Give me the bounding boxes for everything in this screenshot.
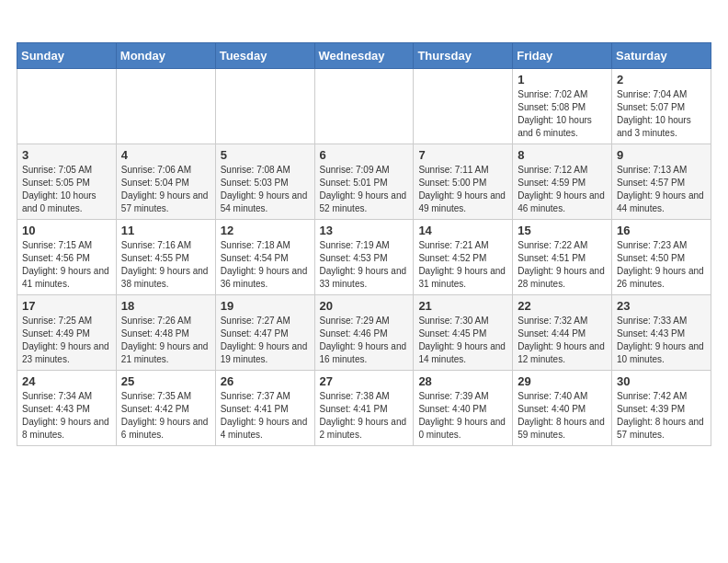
day-info: Sunrise: 7:16 AM Sunset: 4:55 PM Dayligh… [121, 239, 210, 291]
day-number: 19 [221, 299, 310, 313]
day-info: Sunrise: 7:27 AM Sunset: 4:47 PM Dayligh… [221, 315, 310, 366]
day-info: Sunrise: 7:12 AM Sunset: 4:59 PM Dayligh… [518, 164, 607, 215]
main-container: General Blue SundayMondayTuesdayWednesda… [0, 0, 728, 455]
day-info: Sunrise: 7:25 AM Sunset: 4:49 PM Dayligh… [22, 315, 111, 366]
day-info: Sunrise: 7:40 AM Sunset: 4:40 PM Dayligh… [518, 390, 607, 442]
day-header-monday: Monday [116, 43, 215, 69]
day-cell: 21Sunrise: 7:30 AM Sunset: 4:45 PM Dayli… [414, 295, 513, 371]
day-cell: 4Sunrise: 7:06 AM Sunset: 5:04 PM Daylig… [116, 144, 215, 220]
day-info: Sunrise: 7:05 AM Sunset: 5:05 PM Dayligh… [22, 164, 111, 215]
day-cell: 25Sunrise: 7:35 AM Sunset: 4:42 PM Dayli… [116, 371, 215, 446]
day-info: Sunrise: 7:34 AM Sunset: 4:43 PM Dayligh… [22, 390, 111, 442]
day-cell: 26Sunrise: 7:37 AM Sunset: 4:41 PM Dayli… [215, 371, 314, 446]
day-cell: 24Sunrise: 7:34 AM Sunset: 4:43 PM Dayli… [17, 371, 117, 446]
day-number: 28 [418, 374, 507, 388]
day-cell: 23Sunrise: 7:33 AM Sunset: 4:43 PM Dayli… [612, 295, 711, 371]
day-number: 24 [22, 374, 111, 388]
day-number: 5 [221, 148, 310, 162]
day-header-wednesday: Wednesday [314, 43, 414, 69]
day-info: Sunrise: 7:23 AM Sunset: 4:50 PM Dayligh… [617, 239, 706, 291]
day-cell: 9Sunrise: 7:13 AM Sunset: 4:57 PM Daylig… [612, 144, 711, 220]
day-number: 6 [320, 148, 409, 162]
day-number: 3 [22, 148, 111, 162]
day-info: Sunrise: 7:15 AM Sunset: 4:56 PM Dayligh… [22, 239, 111, 291]
day-info: Sunrise: 7:13 AM Sunset: 4:57 PM Dayligh… [617, 164, 706, 215]
day-cell: 14Sunrise: 7:21 AM Sunset: 4:52 PM Dayli… [414, 220, 513, 295]
day-number: 26 [221, 374, 310, 388]
day-header-sunday: Sunday [17, 43, 117, 69]
day-header-saturday: Saturday [612, 43, 711, 69]
day-cell: 22Sunrise: 7:32 AM Sunset: 4:44 PM Dayli… [513, 295, 612, 371]
day-info: Sunrise: 7:33 AM Sunset: 4:43 PM Dayligh… [617, 315, 706, 366]
day-cell: 5Sunrise: 7:08 AM Sunset: 5:03 PM Daylig… [215, 144, 314, 220]
day-number: 14 [418, 224, 507, 237]
day-cell: 18Sunrise: 7:26 AM Sunset: 4:48 PM Dayli… [116, 295, 215, 371]
day-number: 12 [221, 224, 310, 237]
day-info: Sunrise: 7:26 AM Sunset: 4:48 PM Dayligh… [121, 315, 210, 366]
day-number: 4 [121, 148, 210, 162]
day-info: Sunrise: 7:35 AM Sunset: 4:42 PM Dayligh… [121, 390, 210, 442]
day-header-thursday: Thursday [414, 43, 513, 69]
day-cell: 27Sunrise: 7:38 AM Sunset: 4:41 PM Dayli… [314, 371, 414, 446]
day-header-tuesday: Tuesday [215, 43, 314, 69]
week-row-5: 24Sunrise: 7:34 AM Sunset: 4:43 PM Dayli… [17, 371, 711, 446]
day-cell: 13Sunrise: 7:19 AM Sunset: 4:53 PM Dayli… [314, 220, 414, 295]
day-info: Sunrise: 7:04 AM Sunset: 5:07 PM Dayligh… [617, 88, 706, 140]
day-cell: 10Sunrise: 7:15 AM Sunset: 4:56 PM Dayli… [17, 220, 117, 295]
day-number: 11 [121, 224, 210, 237]
day-info: Sunrise: 7:42 AM Sunset: 4:39 PM Dayligh… [617, 390, 706, 442]
day-cell: 8Sunrise: 7:12 AM Sunset: 4:59 PM Daylig… [513, 144, 612, 220]
week-row-1: 1Sunrise: 7:02 AM Sunset: 5:08 PM Daylig… [17, 69, 711, 144]
day-info: Sunrise: 7:37 AM Sunset: 4:41 PM Dayligh… [221, 390, 310, 442]
day-info: Sunrise: 7:30 AM Sunset: 4:45 PM Dayligh… [418, 315, 507, 366]
day-number: 13 [320, 224, 409, 237]
day-info: Sunrise: 7:39 AM Sunset: 4:40 PM Dayligh… [418, 390, 507, 442]
header: General Blue [17, 17, 711, 33]
day-number: 27 [320, 374, 409, 388]
day-cell: 19Sunrise: 7:27 AM Sunset: 4:47 PM Dayli… [215, 295, 314, 371]
day-number: 29 [518, 374, 607, 388]
day-number: 7 [418, 148, 507, 162]
day-cell: 29Sunrise: 7:40 AM Sunset: 4:40 PM Dayli… [513, 371, 612, 446]
day-number: 20 [320, 299, 409, 313]
day-info: Sunrise: 7:29 AM Sunset: 4:46 PM Dayligh… [320, 315, 409, 366]
day-info: Sunrise: 7:32 AM Sunset: 4:44 PM Dayligh… [518, 315, 607, 366]
day-number: 1 [518, 73, 607, 86]
day-cell: 15Sunrise: 7:22 AM Sunset: 4:51 PM Dayli… [513, 220, 612, 295]
day-cell [17, 69, 117, 144]
day-number: 15 [518, 224, 607, 237]
day-cell [414, 69, 513, 144]
calendar-table: SundayMondayTuesdayWednesdayThursdayFrid… [17, 42, 711, 446]
day-number: 9 [617, 148, 706, 162]
day-cell: 20Sunrise: 7:29 AM Sunset: 4:46 PM Dayli… [314, 295, 414, 371]
day-cell [116, 69, 215, 144]
day-cell: 17Sunrise: 7:25 AM Sunset: 4:49 PM Dayli… [17, 295, 117, 371]
day-header-friday: Friday [513, 43, 612, 69]
day-cell: 28Sunrise: 7:39 AM Sunset: 4:40 PM Dayli… [414, 371, 513, 446]
day-number: 18 [121, 299, 210, 313]
day-info: Sunrise: 7:18 AM Sunset: 4:54 PM Dayligh… [221, 239, 310, 291]
day-number: 22 [518, 299, 607, 313]
header-row: SundayMondayTuesdayWednesdayThursdayFrid… [17, 43, 711, 69]
day-number: 10 [22, 224, 111, 237]
day-info: Sunrise: 7:02 AM Sunset: 5:08 PM Dayligh… [518, 88, 607, 140]
day-info: Sunrise: 7:09 AM Sunset: 5:01 PM Dayligh… [320, 164, 409, 215]
day-cell: 7Sunrise: 7:11 AM Sunset: 5:00 PM Daylig… [414, 144, 513, 220]
day-info: Sunrise: 7:21 AM Sunset: 4:52 PM Dayligh… [418, 239, 507, 291]
day-cell: 6Sunrise: 7:09 AM Sunset: 5:01 PM Daylig… [314, 144, 414, 220]
day-cell: 16Sunrise: 7:23 AM Sunset: 4:50 PM Dayli… [612, 220, 711, 295]
day-number: 17 [22, 299, 111, 313]
day-number: 21 [418, 299, 507, 313]
week-row-4: 17Sunrise: 7:25 AM Sunset: 4:49 PM Dayli… [17, 295, 711, 371]
day-number: 30 [617, 374, 706, 388]
day-cell: 3Sunrise: 7:05 AM Sunset: 5:05 PM Daylig… [17, 144, 117, 220]
day-cell: 12Sunrise: 7:18 AM Sunset: 4:54 PM Dayli… [215, 220, 314, 295]
day-number: 16 [617, 224, 706, 237]
day-info: Sunrise: 7:06 AM Sunset: 5:04 PM Dayligh… [121, 164, 210, 215]
day-cell [314, 69, 414, 144]
day-cell [215, 69, 314, 144]
day-cell: 2Sunrise: 7:04 AM Sunset: 5:07 PM Daylig… [612, 69, 711, 144]
day-info: Sunrise: 7:11 AM Sunset: 5:00 PM Dayligh… [418, 164, 507, 215]
day-cell: 1Sunrise: 7:02 AM Sunset: 5:08 PM Daylig… [513, 69, 612, 144]
day-info: Sunrise: 7:08 AM Sunset: 5:03 PM Dayligh… [221, 164, 310, 215]
